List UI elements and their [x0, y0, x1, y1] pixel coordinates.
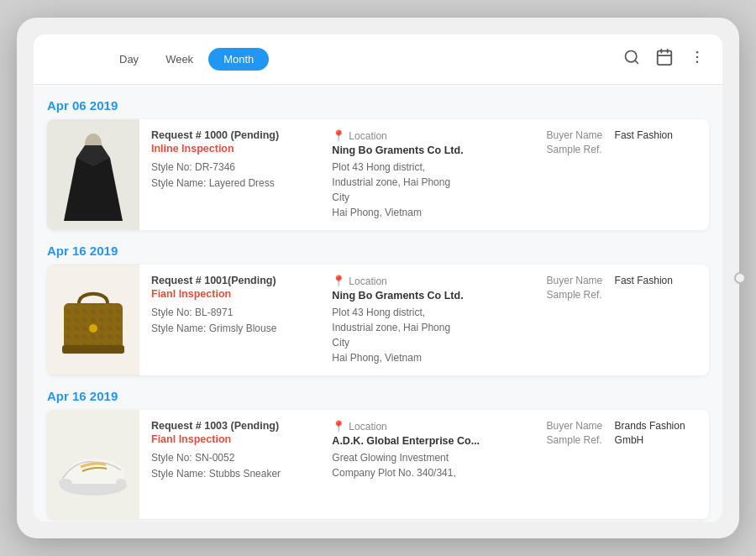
card-location-2-0: 📍 Location A.D.K. Global Enterprise Co..… — [332, 420, 533, 509]
request-num: Request # 1003 (Pending) — [151, 420, 318, 432]
address: Plot 43 Hong district,Industrial zone, H… — [332, 160, 533, 220]
card-body-1-0: Request # 1001(Pending) Fianl Inspection… — [139, 265, 709, 375]
toolbar-right — [620, 45, 709, 74]
location-label: 📍 Location — [332, 420, 533, 433]
card-info-2-0: Request # 1003 (Pending) Fianl Inspectio… — [151, 420, 318, 509]
search-icon — [623, 49, 640, 66]
date-header-2: Apr 16 2019 — [47, 389, 709, 403]
sample-ref-value: GmbH — [615, 434, 644, 446]
style-no: Style No: DR-7346 — [151, 160, 318, 176]
inspection-card-1-0[interactable]: Request # 1001(Pending) Fianl Inspection… — [47, 265, 709, 375]
svg-point-25 — [116, 479, 126, 485]
address: Great Glowing InvestmentCompany Plot No.… — [332, 450, 533, 480]
sample-row: Sample Ref. — [547, 289, 697, 301]
card-image-2-0 — [47, 410, 139, 519]
view-week-button[interactable]: Week — [154, 48, 205, 71]
card-info-1-0: Request # 1001(Pending) Fianl Inspection… — [151, 275, 318, 365]
inspection-type: Fianl Inspection — [151, 288, 318, 300]
content-area: Apr 06 2019 Request # 1000 (Pending) Inl… — [34, 85, 722, 522]
location-label: 📍 Location — [332, 129, 533, 142]
card-info-0-0: Request # 1000 (Pending) Inline Inspecti… — [151, 129, 318, 220]
search-button[interactable] — [620, 45, 643, 73]
inspection-type: Inline Inspection — [151, 143, 318, 155]
address: Plot 43 Hong district,Industrial zone, H… — [332, 305, 533, 365]
svg-line-1 — [635, 60, 638, 64]
date-header-1: Apr 16 2019 — [47, 244, 709, 258]
location-text: Location — [349, 421, 386, 433]
card-buyer-0-0: Buyer Name Fast Fashion Sample Ref. — [547, 129, 697, 220]
buyer-name-value: Fast Fashion — [615, 129, 673, 141]
inspection-card-2-0[interactable]: Request # 1003 (Pending) Fianl Inspectio… — [47, 410, 709, 519]
buyer-row: Buyer Name Fast Fashion — [547, 275, 697, 286]
location-text: Location — [349, 130, 386, 142]
pin-icon: 📍 — [332, 129, 345, 142]
buyer-name-value: Fast Fashion — [615, 275, 673, 286]
style-name: Style Name: Stubbs Sneaker — [151, 466, 318, 482]
date-header-0: Apr 06 2019 — [47, 98, 709, 113]
svg-point-24 — [59, 479, 72, 487]
inspection-type: Fianl Inspection — [151, 433, 318, 445]
svg-point-7 — [696, 56, 699, 59]
calendar-icon — [655, 48, 674, 66]
buyer-name-label: Buyer Name — [547, 129, 610, 141]
next-button[interactable] — [81, 58, 87, 61]
sample-row: Sample Ref. GmbH — [547, 434, 697, 446]
company-name: A.D.K. Global Enterprise Co... — [332, 435, 533, 447]
pin-icon: 📍 — [332, 275, 345, 287]
date-section-2: Apr 16 2019 Request # 1003 (Pending) Fia… — [47, 389, 709, 519]
more-button[interactable] — [685, 45, 709, 73]
side-indicator — [734, 272, 746, 284]
calendar-button[interactable] — [652, 45, 677, 74]
company-name: Ning Bo Graments Co Ltd. — [332, 290, 533, 302]
request-num: Request # 1001(Pending) — [151, 275, 318, 286]
svg-point-20 — [89, 324, 97, 333]
card-location-0-0: 📍 Location Ning Bo Graments Co Ltd. Plot… — [332, 129, 533, 220]
location-text: Location — [349, 275, 386, 287]
date-section-0: Apr 06 2019 Request # 1000 (Pending) Inl… — [47, 98, 709, 230]
style-name: Style Name: Grimsly Blouse — [151, 321, 318, 337]
pin-icon: 📍 — [332, 420, 345, 433]
sample-row: Sample Ref. — [547, 144, 697, 155]
more-icon — [689, 49, 706, 66]
date-section-1: Apr 16 2019 Request # 1001(Pending) Fian… — [47, 244, 709, 375]
sample-ref-label: Sample Ref. — [547, 289, 610, 301]
card-image-0-0 — [47, 119, 139, 230]
card-image-1-0 — [47, 265, 139, 375]
device-frame: Day Week Month — [17, 18, 739, 538]
app-container: Day Week Month — [34, 34, 722, 522]
buyer-name-label: Buyer Name — [547, 275, 610, 286]
card-body-0-0: Request # 1000 (Pending) Inline Inspecti… — [139, 119, 709, 230]
card-location-1-0: 📍 Location Ning Bo Graments Co Ltd. Plot… — [332, 275, 533, 365]
svg-point-8 — [696, 61, 699, 64]
inspection-card-0-0[interactable]: Request # 1000 (Pending) Inline Inspecti… — [47, 119, 709, 230]
view-buttons: Day Week Month — [108, 48, 269, 71]
card-buyer-2-0: Buyer Name Brands Fashion Sample Ref. Gm… — [547, 420, 697, 509]
request-num: Request # 1000 (Pending) — [151, 129, 318, 141]
toolbar: Day Week Month — [34, 34, 722, 85]
prev-button[interactable] — [47, 58, 54, 61]
buyer-name-label: Buyer Name — [547, 420, 610, 432]
location-label: 📍 Location — [332, 275, 533, 287]
card-buyer-1-0: Buyer Name Fast Fashion Sample Ref. — [547, 275, 697, 365]
style-no: Style No: BL-8971 — [151, 305, 318, 321]
view-month-button[interactable]: Month — [208, 48, 269, 71]
buyer-name-value: Brands Fashion — [615, 420, 685, 432]
card-body-2-0: Request # 1003 (Pending) Fianl Inspectio… — [139, 410, 709, 519]
svg-rect-2 — [658, 51, 672, 65]
style-name: Style Name: Layered Dress — [151, 176, 318, 191]
buyer-row: Buyer Name Fast Fashion — [547, 129, 697, 141]
company-name: Ning Bo Graments Co Ltd. — [332, 144, 533, 156]
svg-rect-21 — [62, 345, 124, 354]
buyer-row: Buyer Name Brands Fashion — [547, 420, 697, 432]
sample-ref-label: Sample Ref. — [547, 144, 610, 155]
view-day-button[interactable]: Day — [108, 48, 150, 71]
svg-point-6 — [696, 51, 699, 54]
sample-ref-label: Sample Ref. — [547, 434, 610, 446]
style-no: Style No: SN-0052 — [151, 450, 318, 466]
